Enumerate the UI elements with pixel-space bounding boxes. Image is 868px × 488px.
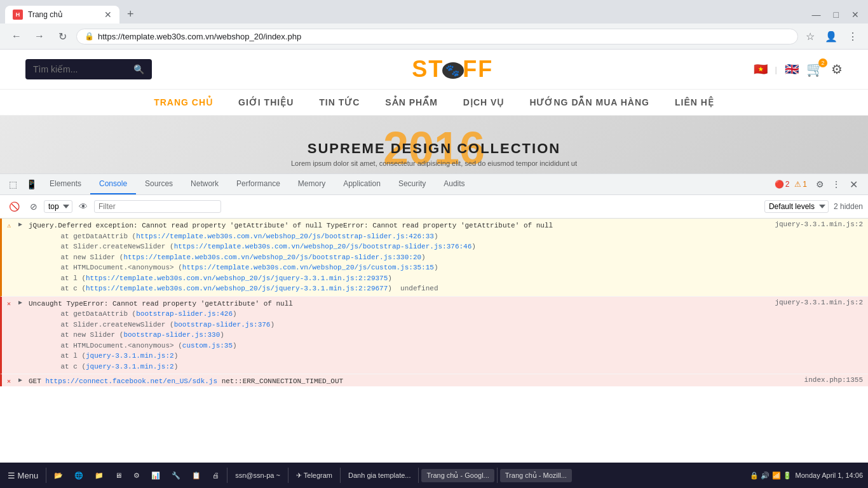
tab-console[interactable]: Console [90, 174, 136, 194]
search-button[interactable]: 🔍 [133, 64, 144, 74]
taskbar-separator-5 [418, 468, 419, 483]
url-input[interactable] [98, 32, 790, 41]
devtools-settings-button[interactable]: ⚙ [812, 175, 828, 193]
tab-elements[interactable]: Elements [41, 174, 90, 194]
tab-network[interactable]: Network [182, 174, 227, 194]
link-err1-6[interactable]: jquery-3.3.1.min.js:2 [86, 363, 174, 370]
taskbar-item-4[interactable]: 🖥 [110, 469, 127, 482]
context-selector[interactable]: top [44, 200, 72, 213]
eye-button[interactable]: 👁 [75, 198, 92, 215]
back-button[interactable]: ← [8, 27, 25, 45]
taskbar-danh-gia[interactable]: Danh gia template... [343, 469, 416, 482]
link-bootstrap-slider-3[interactable]: https://template.web30s.com.vn/webshop_2… [123, 254, 421, 261]
nav-products[interactable]: SẢN PHẨM [385, 97, 437, 107]
log-indent-4: at HTMLDocument.<anonymous> (https://tem… [29, 264, 438, 271]
log-indent-6: at c (https://template.web30s.com.vn/web… [29, 285, 438, 292]
new-tab-button[interactable]: + [122, 5, 139, 24]
error-icon-2: ✕ [7, 377, 15, 385]
console-clear-button[interactable]: 🚫 [5, 198, 24, 215]
console-toolbar: 🚫 ⊘ top 👁 Default levels 2 hidden [0, 195, 868, 219]
nav-news[interactable]: TIN TỨC [319, 97, 360, 107]
tab-application[interactable]: Application [334, 174, 390, 194]
nav-guide[interactable]: HƯỚNG DẪN MUA HÀNG [529, 97, 649, 107]
log-indent-5: at l (https://template.web30s.com.vn/web… [29, 274, 392, 282]
taskbar-separator-4 [340, 468, 341, 483]
lang-en-flag[interactable]: 🇬🇧 [785, 62, 799, 76]
tab-audits[interactable]: Audits [435, 174, 473, 194]
devtools-device-button[interactable]: 📱 [22, 175, 41, 193]
devtools-close-button[interactable]: ✕ [844, 176, 863, 193]
close-button[interactable]: ✕ [848, 8, 863, 21]
log-message-error-1: Uncaught TypeError: Cannot read property… [29, 299, 764, 372]
log-expand-toggle-3[interactable]: ▶ [18, 376, 25, 384]
taskbar-menu-button[interactable]: ☰ Menu [3, 468, 43, 483]
taskbar-item-8[interactable]: 📋 [187, 469, 206, 482]
search-box: 🔍 [25, 59, 152, 79]
site-logo: ST🐾FF [412, 56, 493, 83]
tab-performance[interactable]: Performance [227, 174, 289, 194]
link-facebook-sdk[interactable]: https://connect.facebook.net/en_US/sdk.j… [45, 377, 217, 385]
forward-button[interactable]: → [31, 27, 48, 45]
link-bootstrap-slider-1[interactable]: https://template.web30s.com.vn/webshop_2… [136, 233, 434, 240]
link-err1-4[interactable]: custom.js:35 [182, 342, 233, 349]
link-err1-1[interactable]: bootstrap-slider.js:426 [136, 310, 233, 318]
taskbar-trang-chu-google[interactable]: Trang chủ - Googl... [421, 469, 494, 482]
search-input[interactable] [33, 64, 128, 74]
chrome-menu-button[interactable]: ⋮ [845, 28, 860, 45]
tab-memory[interactable]: Memory [289, 174, 334, 194]
log-expand-toggle[interactable]: ▶ [18, 220, 25, 228]
link-err1-2[interactable]: bootstrap-slider.js:376 [174, 321, 271, 329]
tab-security[interactable]: Security [390, 174, 435, 194]
devtools-tabs: Elements Console Sources Network Perform… [41, 174, 474, 194]
taskbar-terminal[interactable]: ssn@ssn-pa ~ [230, 469, 285, 482]
nav-about[interactable]: GIỚI THIỆU [238, 97, 294, 107]
settings-button[interactable]: ⚙ [831, 62, 843, 77]
taskbar-item-1[interactable]: 📂 [49, 469, 68, 482]
log-source-error-2[interactable]: index.php:1355 [768, 376, 863, 384]
console-filter-input[interactable] [94, 200, 221, 213]
devtools-inspect-button[interactable]: ⬚ [5, 175, 21, 193]
url-bar[interactable]: 🔒 [76, 29, 798, 44]
logo-icon: 🐾 [442, 62, 464, 79]
link-jquery-c[interactable]: https://template.web30s.com.vn/webshop_2… [86, 285, 388, 292]
taskbar-item-9[interactable]: 🖨 [207, 469, 224, 482]
taskbar-item-2[interactable]: 🌐 [69, 469, 88, 482]
link-bootstrap-slider-2[interactable]: https://template.web30s.com.vn/webshop_2… [174, 243, 472, 250]
title-bar: H Trang chủ ✕ + — □ ✕ [0, 0, 868, 24]
link-jquery-l[interactable]: https://template.web30s.com.vn/webshop_2… [86, 274, 388, 282]
nav-services[interactable]: DỊCH VỤ [463, 97, 505, 107]
lang-vn-flag[interactable]: 🇻🇳 [754, 62, 768, 76]
devtools-panel: ⬚ 📱 Elements Console Sources Network Per… [0, 173, 868, 386]
profile-button[interactable]: 👤 [822, 28, 840, 45]
nav-home[interactable]: TRANG CHỦ [154, 97, 213, 107]
taskbar-item-6[interactable]: 📊 [146, 469, 165, 482]
taskbar-item-5[interactable]: ⚙ [128, 469, 145, 482]
cart-button[interactable]: 🛒 2 [806, 61, 824, 78]
link-custom-js[interactable]: https://template.web30s.com.vn/webshop_2… [182, 264, 434, 271]
warn-count-badge: ⚠ 1 [794, 180, 807, 189]
log-expand-toggle-2[interactable]: ▶ [18, 299, 25, 306]
hidden-count: 2 hidden [834, 202, 863, 211]
tab-close-button[interactable]: ✕ [104, 10, 112, 20]
active-tab[interactable]: H Trang chủ ✕ [5, 6, 119, 24]
log-source-warning[interactable]: jquery-3.3.1.min.js:2 [768, 220, 863, 228]
taskbar-item-3[interactable]: 📁 [90, 469, 109, 482]
logo-text-1: ST [412, 56, 444, 82]
reload-button[interactable]: ↻ [53, 27, 71, 45]
link-err1-3[interactable]: bootstrap-slider.js:330 [123, 331, 220, 339]
maximize-button[interactable]: □ [830, 8, 843, 21]
console-filter-toggle[interactable]: ⊘ [26, 198, 41, 215]
err1-indent-3: at new Slider (bootstrap-slider.js:330) [29, 331, 224, 339]
taskbar-item-7[interactable]: 🔧 [166, 469, 186, 482]
log-levels-selector[interactable]: Default levels [764, 200, 829, 213]
tab-sources[interactable]: Sources [136, 174, 182, 194]
taskbar-telegram[interactable]: ✈ Telegram [291, 469, 337, 482]
bookmark-button[interactable]: ☆ [803, 28, 817, 45]
nav-contact[interactable]: LIÊN HỆ [675, 97, 714, 107]
devtools-more-button[interactable]: ⋮ [828, 175, 844, 193]
log-source-error-1[interactable]: jquery-3.3.1.min.js:2 [768, 299, 863, 306]
log-indent-3: at new Slider (https://template.web30s.c… [29, 254, 426, 261]
link-err1-5[interactable]: jquery-3.3.1.min.js:2 [86, 352, 174, 360]
minimize-button[interactable]: — [808, 8, 825, 21]
taskbar-trang-chu-mozilla[interactable]: Trang chủ - Mozill... [500, 469, 572, 482]
